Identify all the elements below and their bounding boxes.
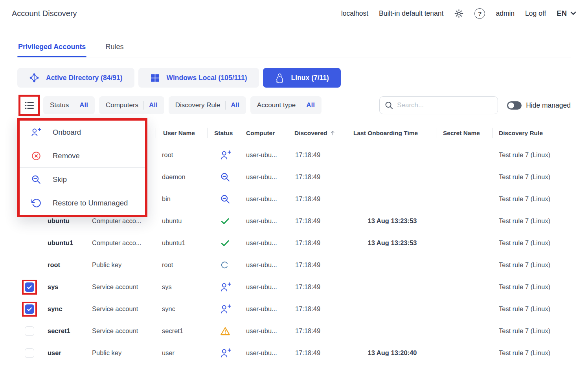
- platform-label: Windows Local (105/111): [167, 74, 247, 82]
- chip-divider: [225, 101, 226, 110]
- checkbox-check-icon: [26, 284, 33, 290]
- filter-chip-account-type[interactable]: Account type All: [250, 96, 322, 114]
- search-icon: [384, 101, 393, 110]
- settings-icon[interactable]: [454, 9, 464, 18]
- table-row-user[interactable]: user Public key user user-ubu... 17:18:4…: [17, 342, 571, 364]
- header-discovery-rule[interactable]: Discovery Rule: [492, 122, 571, 144]
- discovered-cell: 17:18:49: [289, 239, 348, 247]
- status-cell: [207, 216, 240, 226]
- page-title: Account Discovery: [12, 9, 77, 18]
- table-row-secret1[interactable]: secret1 Service account secret1 user-ubu…: [17, 320, 571, 342]
- computer-cell: user-ubu...: [240, 349, 289, 357]
- table-row-sync[interactable]: sync Service account sync user-ubu... 17…: [17, 298, 571, 320]
- status-zoom-out-icon: [220, 172, 230, 182]
- user-name-cell: user: [156, 349, 207, 357]
- status-cell: [207, 304, 240, 314]
- header-last-onboarding-time[interactable]: Last Onboarding Time: [348, 122, 437, 144]
- table-row-sys[interactable]: sys Service account sys user-ubu... 17:1…: [17, 276, 571, 298]
- platform-windows-local[interactable]: Windows Local (105/111): [138, 68, 259, 88]
- annotation-frame-bulk-actions: [18, 95, 40, 116]
- user-name-cell: root: [156, 261, 207, 269]
- discovery-rule-cell: Test rule 7 (Linux): [492, 151, 571, 159]
- last-onboarding-cell: 13 Aug 13:23:53: [348, 239, 437, 247]
- help-icon[interactable]: ?: [474, 8, 485, 19]
- sort-asc-icon: [331, 130, 335, 136]
- filter-value: All: [231, 101, 239, 109]
- tabs: Privileged Accounts Rules: [17, 43, 571, 57]
- discovered-cell: 17:18:49: [289, 173, 348, 181]
- topbar: Account Discovery localhost Built-in def…: [0, 0, 588, 27]
- user-menu[interactable]: admin: [496, 9, 514, 18]
- account-type-cell: Public key: [86, 349, 156, 357]
- computer-cell: user-ubu...: [240, 173, 289, 181]
- row-secret1-checkbox[interactable]: [25, 326, 34, 336]
- row-sync-checkbox[interactable]: [25, 304, 34, 314]
- status-user-plus-icon: [220, 348, 231, 358]
- platform-label: Active Directory (84/91): [46, 74, 123, 82]
- header-computer[interactable]: Computer: [240, 122, 289, 144]
- menu-item-label: Remove: [53, 152, 80, 160]
- chip-divider: [143, 101, 144, 110]
- discovery-rule-cell: Test rule 7 (Linux): [492, 261, 571, 269]
- header-user-name[interactable]: User Name: [156, 122, 207, 144]
- header-status[interactable]: Status: [207, 122, 240, 144]
- annotation-frame-checkbox: [22, 280, 37, 295]
- table-row-root[interactable]: root Public key root user-ubu... 17:18:4…: [17, 254, 571, 276]
- menu-item-label: Restore to Unmanaged: [53, 199, 128, 207]
- row-user-checkbox[interactable]: [25, 348, 34, 358]
- status-cell: [207, 172, 240, 182]
- status-cell: [207, 326, 240, 336]
- menu-item-onboard[interactable]: Onboard: [20, 121, 145, 144]
- search-input[interactable]: [379, 96, 498, 114]
- user-name-cell: bin: [156, 195, 207, 203]
- filter-label: Discovery Rule: [175, 101, 220, 109]
- computer-cell: user-ubu...: [240, 327, 289, 335]
- tab-rules[interactable]: Rules: [105, 43, 124, 57]
- computer-cell: user-ubu...: [240, 261, 289, 269]
- menu-item-restore-to-unmanaged[interactable]: Restore to Unmanaged: [20, 191, 145, 215]
- computer-cell: user-ubu...: [240, 305, 289, 313]
- header-secret-name[interactable]: Secret Name: [437, 122, 492, 144]
- tab-privileged-accounts[interactable]: Privileged Accounts: [17, 43, 86, 57]
- bulk-actions-button[interactable]: [20, 97, 38, 114]
- status-cell: [207, 238, 240, 248]
- filter-chip-status[interactable]: Status All: [43, 96, 95, 114]
- hide-managed-toggle[interactable]: [507, 101, 522, 110]
- platform-active-directory[interactable]: Active Directory (84/91): [17, 68, 134, 88]
- account-type-cell: Service account: [86, 283, 156, 291]
- linux-icon: [275, 73, 285, 83]
- account-name-cell: user: [42, 349, 86, 357]
- filter-chip-computers[interactable]: Computers All: [99, 96, 164, 114]
- menu-item-remove[interactable]: Remove: [20, 144, 145, 168]
- row-sys-checkbox[interactable]: [25, 282, 34, 292]
- menu-item-skip[interactable]: Skip: [20, 168, 145, 191]
- logoff-button[interactable]: Log off: [525, 9, 546, 18]
- platform-linux[interactable]: Linux (7/11): [263, 68, 341, 88]
- discovery-rule-cell: Test rule 7 (Linux): [492, 349, 571, 357]
- filter-value: All: [79, 101, 88, 109]
- computer-cell: user-ubu...: [240, 195, 289, 203]
- filter-chips: Status All Computers All Discovery Rule …: [43, 96, 322, 114]
- zoom-out-icon: [31, 174, 41, 185]
- user-name-cell: ubuntu1: [156, 239, 207, 247]
- account-name-cell: ubuntu: [42, 217, 86, 225]
- user-name-cell: ubuntu: [156, 217, 207, 225]
- account-name-cell: ubuntu1: [42, 239, 86, 247]
- bulk-list-icon: [24, 100, 35, 111]
- user-plus-icon: [31, 127, 41, 137]
- discovered-cell: 17:18:49: [289, 151, 348, 159]
- discovery-rule-cell: Test rule 7 (Linux): [492, 305, 571, 313]
- table-row-ubuntu1[interactable]: ubuntu1 Computer acco... ubuntu1 user-ub…: [17, 232, 571, 254]
- filter-chip-discovery-rule[interactable]: Discovery Rule All: [169, 96, 246, 114]
- language-selector[interactable]: EN: [557, 9, 576, 18]
- header-discovered[interactable]: Discovered: [289, 122, 348, 144]
- account-type-cell: Service account: [86, 305, 156, 313]
- filter-value: All: [149, 101, 158, 109]
- search-box: [379, 96, 498, 114]
- restore-icon: [31, 198, 41, 208]
- user-name-cell: secret1: [156, 327, 207, 335]
- discovered-cell: 17:18:49: [289, 327, 348, 335]
- user-name-cell: sync: [156, 305, 207, 313]
- platform-filters: Active Directory (84/91) Windows Local (…: [17, 68, 571, 88]
- discovered-cell: 17:18:49: [289, 261, 348, 269]
